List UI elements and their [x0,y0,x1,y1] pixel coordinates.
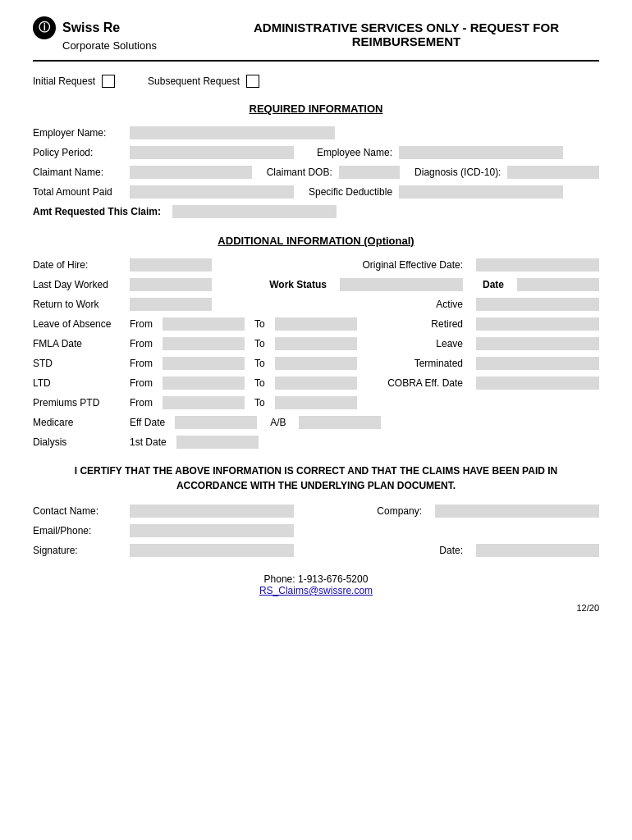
email-phone-input[interactable] [130,524,294,537]
original-eff-label: Original Effective Date: [362,259,463,271]
premiums-row: Premiums PTD From To [33,396,599,409]
std-to-label: To [254,358,265,369]
request-type-row: Initial Request Subsequent Request [33,75,599,88]
cobra-eff-input[interactable] [476,377,599,390]
company-input[interactable] [435,504,599,518]
ltd-cobra-row: LTD From To COBRA Eff. Date [33,377,599,390]
premiums-to-input[interactable] [275,396,357,409]
ltd-to-label: To [254,377,265,389]
page-title: ADMINISTRATIVE SERVICES ONLY - REQUEST F… [213,21,599,48]
contact-company-row: Contact Name: Company: [33,504,599,518]
last-day-input[interactable] [130,278,212,291]
sig-date-input[interactable] [476,544,599,557]
premiums-from-label: From [130,397,153,409]
leave-label: Leave [436,338,463,349]
footer-phone-label: Phone: [264,573,295,585]
ab-label: A/B [270,417,286,428]
specific-deductible-label: Specific Deductible [309,186,392,198]
work-status-input[interactable] [340,278,463,291]
amt-requested-row: Amt Requested This Claim: [33,205,599,218]
medicare-label: Medicare [33,417,123,428]
footer-phone: Phone: 1-913-676-5200 [33,573,599,585]
signature-date-row: Signature: Date: [33,544,599,557]
std-from-label: From [130,358,153,369]
amt-requested-input[interactable] [172,205,337,218]
claimant-dob-input[interactable] [339,166,400,179]
logo-area: ⓘ Swiss Re Corporate Solutions [33,16,197,52]
signature-label: Signature: [33,545,123,556]
leave-to-input[interactable] [275,317,357,331]
ltd-from-label: From [130,377,153,389]
claimant-name-label: Claimant Name: [33,167,123,178]
std-to-input[interactable] [275,357,357,370]
subsequent-request-item: Subsequent Request [148,75,259,88]
signature-input[interactable] [130,544,294,557]
std-label: STD [33,358,123,369]
fmla-to-input[interactable] [275,337,357,350]
std-from-input[interactable] [163,357,245,370]
dialysis-row: Dialysis 1st Date [33,436,599,449]
employee-name-label: Employee Name: [317,147,392,158]
subsequent-request-checkbox[interactable] [246,75,259,88]
work-status-label: Work Status [269,279,327,290]
ltd-from-input[interactable] [163,377,245,390]
employer-name-label: Employer Name: [33,127,123,139]
diagnosis-label: Diagnosis (ICD-10): [414,167,501,178]
dialysis-label: Dialysis [33,436,123,448]
leave-from-label: From [130,318,153,330]
employee-name-input[interactable] [399,146,563,159]
leave-from-input[interactable] [163,317,245,331]
claimant-name-input[interactable] [130,166,252,179]
policy-employee-row: Policy Period: Employee Name: [33,146,599,159]
fmla-leave-row: FMLA Date From To Leave [33,337,599,350]
total-deductible-row: Total Amount Paid Specific Deductible [33,185,599,199]
footer-email[interactable]: RS_Claims@swissre.com [33,585,599,596]
ltd-to-input[interactable] [275,377,357,390]
terminated-input[interactable] [476,357,599,370]
dialysis-date-input[interactable] [176,436,259,449]
email-phone-row: Email/Phone: [33,524,599,537]
return-active-row: Return to Work Active [33,298,599,311]
std-terminated-row: STD From To Terminated [33,357,599,370]
medicare-eff-input[interactable] [175,416,257,429]
certification-block: I CERTIFY THAT THE ABOVE INFORMATION IS … [33,463,599,493]
employer-name-input[interactable] [130,126,335,139]
page-header: ⓘ Swiss Re Corporate Solutions ADMINISTR… [33,16,599,62]
last-day-row: Last Day Worked Work Status Date [33,278,599,291]
work-status-date-input[interactable] [517,278,599,291]
contact-name-input[interactable] [130,504,294,518]
total-amount-input[interactable] [130,185,294,199]
initial-request-label: Initial Request [33,75,95,87]
claimant-dob-row: Claimant Name: Claimant DOB: Diagnosis (… [33,166,599,179]
logo-swiss-re-text: Swiss Re [62,21,120,35]
leave-input[interactable] [476,337,599,350]
active-input[interactable] [476,298,599,311]
additional-info-title: ADDITIONAL INFORMATION (Optional) [33,235,599,247]
active-label: Active [436,299,463,310]
original-eff-input[interactable] [476,258,599,272]
ltd-label: LTD [33,377,123,389]
medicare-ab-input[interactable] [299,416,381,429]
swiss-re-logo-icon: ⓘ [33,16,56,39]
claimant-dob-label: Claimant DOB: [267,167,332,178]
retired-input[interactable] [476,317,599,331]
leave-absence-label: Leave of Absence [33,318,123,330]
company-label: Company: [377,505,422,517]
leave-retired-row: Leave of Absence From To Retired [33,317,599,331]
cobra-eff-label: COBRA Eff. Date [387,377,463,389]
premiums-from-input[interactable] [163,396,245,409]
initial-request-checkbox[interactable] [102,75,115,88]
diagnosis-input[interactable] [507,166,599,179]
policy-period-input[interactable] [130,146,294,159]
fmla-from-input[interactable] [163,337,245,350]
employer-name-row: Employer Name: [33,126,599,139]
specific-deductible-input[interactable] [399,185,563,199]
leave-to-label: To [254,318,265,330]
page-number: 12/20 [33,603,599,613]
logo-corporate-text: Corporate Solutions [62,39,197,52]
first-date-label: 1st Date [130,436,167,448]
logo-top: ⓘ Swiss Re [33,16,197,39]
return-work-input[interactable] [130,298,212,311]
date-hire-input[interactable] [130,258,212,272]
required-info-title: REQUIRED INFORMATION [33,103,599,115]
